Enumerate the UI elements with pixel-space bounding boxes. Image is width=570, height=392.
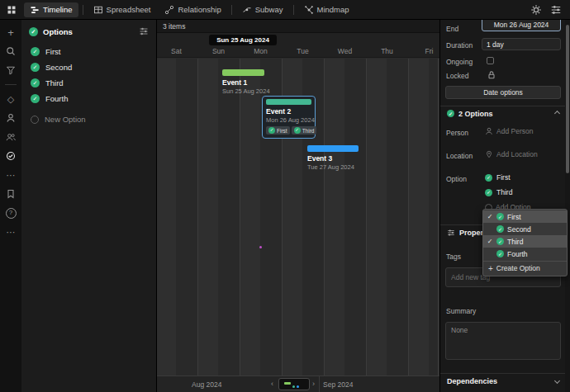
tab-label: Relationship [178,5,221,14]
diamond-icon[interactable]: ◇ [4,92,17,106]
end-date-field[interactable]: Mon 26 Aug 2024 [482,20,561,31]
minimap[interactable] [278,378,310,390]
option-value-third[interactable]: ✓ Third [485,188,512,196]
current-date-chip: Sun 25 Aug 2024 [209,35,277,45]
person-label: Person [446,129,468,137]
dependencies-section-header[interactable]: Dependencies [440,373,565,388]
help-icon[interactable]: ? [4,206,17,220]
tags-label: Tags [446,253,461,261]
event-3[interactable]: Event 3 Tue 27 Aug 2024 [307,145,359,171]
tab-separator [83,5,83,15]
option-list-item[interactable]: ✓ First [21,44,156,59]
check-circle-icon: ✓ [294,127,301,134]
option-label: Third [45,78,64,87]
minimap-next-icon[interactable]: › [312,380,315,388]
day-header-row: Sat Sun Mon Tue Wed Thu Fri [157,47,439,55]
option-value-first[interactable]: ✓ First [485,173,511,182]
event-2-card-selected[interactable]: Event 2 Mon 26 Aug 2024 ✓ First ✓ Third [262,96,316,139]
option-dropdown: ✓ ✓ First ✓ Second ✓ ✓ Third ✓ Fourth + … [482,209,568,276]
option-list-item-new[interactable]: New Option [21,111,156,127]
ongoing-checkbox[interactable] [487,57,494,64]
check-circle-icon: ✓ [447,110,454,117]
options-check-circle-icon[interactable] [4,149,17,163]
selected-check-icon: ✓ [487,213,493,220]
tab-mindmap[interactable]: Mindmap [298,2,355,17]
more-icon[interactable]: ⋯ [4,168,17,182]
options-panel: ✓ Options ✓ First ✓ Second ✓ Third ✓ Fou… [21,20,157,392]
settings-gear-icon[interactable] [530,4,542,16]
summary-field[interactable]: None [445,322,561,360]
left-icon-rail: + ◇ ⋯ ? ⋯ [0,20,21,392]
event-3-bar[interactable] [307,145,359,152]
create-option-button[interactable]: + Create Option [483,261,567,275]
options-section-header[interactable]: ✓ 2 Options [440,106,565,120]
tab-spreadsheet[interactable]: Spreadsheet [88,2,157,17]
scrollbar-thumb[interactable] [566,25,569,173]
add-icon[interactable]: + [4,26,17,39]
event-date: Mon 26 Aug 2024 [266,116,311,124]
marker-dot [259,246,262,248]
tag-chip[interactable]: ✓ First [266,126,290,135]
check-circle-icon: ✓ [268,127,275,134]
event-1-bar[interactable] [222,69,264,76]
day-label: Fri [408,47,439,55]
panel-filter-icon[interactable] [139,26,149,36]
options-panel-title: Options [43,27,73,36]
option-list-item[interactable]: ✓ Fourth [21,91,156,106]
dropdown-item-fourth[interactable]: ✓ Fourth [483,248,567,260]
end-date-value: Mon 26 Aug 2024 [494,21,549,29]
option-list-item[interactable]: ✓ Third [21,75,156,91]
location-label: Location [446,152,473,160]
bookmark-icon[interactable] [4,187,17,201]
event-tags: ✓ First ✓ Third [266,126,311,135]
tab-timeline[interactable]: Timeline [24,2,78,17]
person-icon[interactable] [4,111,17,125]
duration-field[interactable]: 1 day [482,38,561,50]
duration-value: 1 day [487,40,504,49]
add-person-placeholder[interactable]: Add Person [485,127,533,135]
check-circle-icon: ✓ [29,27,38,36]
minimap-prev-icon[interactable]: ‹ [271,380,273,388]
view-options-sliders-icon[interactable] [550,4,562,16]
search-icon[interactable] [4,45,17,58]
day-label: Wed [324,47,366,55]
check-circle-icon: ✓ [31,47,40,56]
option-label: First [45,47,60,56]
minimap-dot-blue [297,385,299,388]
people-icon[interactable] [4,130,17,144]
relationship-icon [164,5,174,15]
check-circle-icon: ✓ [485,189,492,196]
tab-subway[interactable]: Subway [236,2,289,17]
check-circle-icon: ✓ [485,174,492,182]
check-circle-icon: ✓ [496,213,504,220]
tab-relationship[interactable]: Relationship [159,2,226,17]
event-1[interactable]: Event 1 Sun 25 Aug 2024 [222,69,264,95]
minimap-dot-green [284,382,291,385]
chevron-up-icon [554,111,560,116]
event-2-bar[interactable] [266,99,311,105]
properties-icon [447,229,455,237]
dropdown-item-second[interactable]: ✓ Second [483,223,567,235]
filter-icon[interactable] [4,64,17,77]
option-list-item[interactable]: ✓ Second [21,59,156,75]
lock-icon[interactable] [487,70,496,80]
scrollbar-track [565,20,570,392]
overflow-icon[interactable]: ⋯ [4,225,17,239]
tab-label: Spreadsheet [107,5,151,14]
add-location-placeholder[interactable]: Add Location [485,150,538,158]
tag-chip[interactable]: ✓ Third [292,126,317,135]
dropdown-item-first[interactable]: ✓ ✓ First [483,210,567,223]
tab-label: Mindmap [317,5,349,14]
date-options-button[interactable]: Date options [445,86,561,99]
check-circle-icon: ✓ [31,63,40,72]
summary-label: Summary [446,307,476,315]
section-title: 2 Options [458,110,493,118]
day-label: Thu [366,47,408,55]
chevron-down-icon [554,378,560,384]
dropdown-item-third[interactable]: ✓ ✓ Third [483,235,567,248]
event-title: Event 1 [222,78,264,87]
summary-value: None [451,326,468,334]
option-label: New Option [45,115,86,124]
timeline-grid[interactable]: Event 1 Sun 25 Aug 2024 Event 2 Mon 26 A… [157,59,439,375]
check-circle-icon: ✓ [31,94,40,103]
